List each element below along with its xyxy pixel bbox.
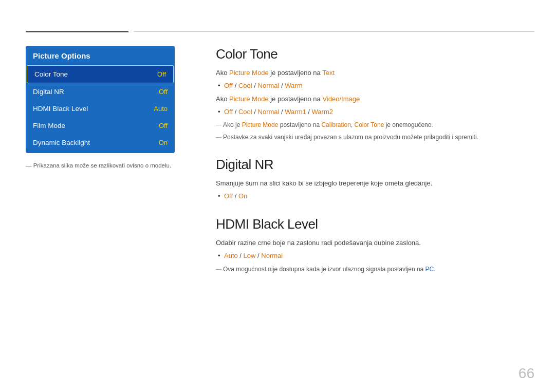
- color-tone-body: Ako Picture Mode je postavljeno na Text …: [216, 67, 534, 142]
- sidebar-item-dynamic-backlight[interactable]: Dynamic Backlight On: [26, 134, 175, 151]
- sidebar-note: ― Prikazana slika može se razlikovati ov…: [26, 162, 175, 169]
- sidebar-item-film-mode[interactable]: Film Mode Off: [26, 117, 175, 134]
- normal-option3: Normal: [261, 252, 283, 259]
- sidebar-item-label: Film Mode: [33, 122, 65, 129]
- digital-nr-desc: Smanjuje šum na slici kako bi se izbjegl…: [216, 178, 534, 189]
- warm2-option: Warm2: [312, 108, 333, 116]
- color-tone-title: Color Tone: [216, 46, 534, 62]
- on-option: On: [238, 192, 247, 200]
- sidebar-item-digital-nr[interactable]: Digital NR Off: [26, 83, 175, 100]
- sidebar-item-label: Digital NR: [33, 88, 64, 96]
- sidebar: Picture Options Color Tone Off Digital N…: [26, 46, 175, 169]
- hdmi-black-level-title: HDMI Black Level: [216, 216, 534, 232]
- digital-nr-body: Smanjuje šum na slici kako bi se izbjegl…: [216, 178, 534, 202]
- cool-option: Cool: [238, 82, 252, 89]
- color-tone-link: Color Tone: [355, 121, 384, 128]
- normal-option: Normal: [258, 82, 280, 89]
- off-option3: Off: [224, 192, 233, 200]
- sidebar-item-value: Off: [159, 88, 168, 96]
- section-color-tone: Color Tone Ako Picture Mode je postavlje…: [216, 46, 534, 142]
- sidebar-item-value: On: [159, 139, 168, 146]
- pc-link: PC: [425, 266, 434, 273]
- top-line-right: [134, 31, 534, 32]
- off-option2: Off: [224, 108, 233, 116]
- color-tone-note2: Postavke za svaki vanjski uređaj povezan…: [216, 132, 534, 142]
- digital-nr-title: Digital NR: [216, 157, 534, 173]
- picture-mode-link2: Picture Mode: [229, 95, 269, 103]
- list-item: Off / On: [216, 191, 534, 202]
- sidebar-item-label: HDMI Black Level: [33, 105, 88, 113]
- sidebar-item-value: Off: [157, 70, 166, 78]
- color-tone-para2: Ako Picture Mode je postavljeno na Video…: [216, 94, 534, 105]
- sidebar-item-label: Color Tone: [34, 70, 68, 78]
- warm1-option: Warm1: [285, 108, 306, 116]
- main-content: Color Tone Ako Picture Mode je postavlje…: [216, 46, 534, 289]
- list-item: Off / Cool / Normal / Warm: [216, 80, 534, 91]
- list-item: Auto / Low / Normal: [216, 250, 534, 262]
- list-item: Off / Cool / Normal / Warm1 / Warm2: [216, 106, 534, 118]
- hdmi-note: Ova mogućnost nije dostupna kada je izvo…: [216, 264, 534, 274]
- sidebar-item-value: Off: [159, 122, 168, 129]
- section-hdmi-black-level: HDMI Black Level Odabir razine crne boje…: [216, 216, 534, 274]
- text-link: Text: [322, 69, 335, 77]
- color-tone-list2: Off / Cool / Normal / Warm1 / Warm2: [216, 106, 534, 118]
- video-image-link: Video/Image: [322, 95, 360, 103]
- color-tone-note1: Ako je Picture Mode postavljeno na Calib…: [216, 120, 534, 130]
- color-tone-para1: Ako Picture Mode je postavljeno na Text: [216, 67, 534, 79]
- sidebar-item-color-tone[interactable]: Color Tone Off: [27, 65, 174, 83]
- sidebar-title: Picture Options: [26, 46, 175, 65]
- picture-mode-link1: Picture Mode: [229, 69, 269, 77]
- sidebar-items: Color Tone Off Digital NR Off HDMI Black…: [26, 65, 175, 153]
- page-number: 66: [519, 365, 534, 382]
- cool-option2: Cool: [238, 108, 252, 116]
- calibration-link: Calibration: [321, 121, 350, 128]
- hdmi-list: Auto / Low / Normal: [216, 250, 534, 262]
- hdmi-desc: Odabir razine crne boje na zaslonu radi …: [216, 237, 534, 249]
- off-option: Off: [224, 82, 233, 89]
- normal-option2: Normal: [258, 108, 280, 116]
- sidebar-item-hdmi-black-level[interactable]: HDMI Black Level Auto: [26, 100, 175, 117]
- top-decorative-lines: [0, 31, 555, 32]
- auto-option: Auto: [224, 252, 238, 259]
- sidebar-item-label: Dynamic Backlight: [33, 139, 90, 146]
- hdmi-black-level-body: Odabir razine crne boje na zaslonu radi …: [216, 237, 534, 274]
- picture-mode-link3: Picture Mode: [242, 121, 279, 128]
- sidebar-item-value: Auto: [154, 105, 168, 113]
- digital-nr-list: Off / On: [216, 191, 534, 202]
- section-digital-nr: Digital NR Smanjuje šum na slici kako bi…: [216, 157, 534, 202]
- low-option: Low: [244, 252, 256, 259]
- top-line-left: [26, 31, 128, 32]
- warm-option: Warm: [285, 82, 302, 89]
- color-tone-list1: Off / Cool / Normal / Warm: [216, 80, 534, 91]
